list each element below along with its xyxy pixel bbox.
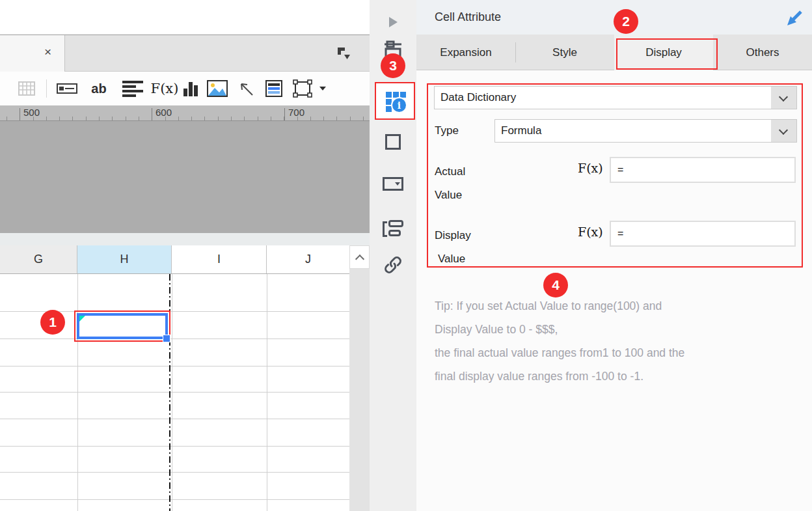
worksheet-tab-strip: × [0, 35, 370, 72]
toolbar-divider [46, 79, 47, 98]
toolbar: ab F(x) [0, 72, 370, 105]
column-headers: G H I J [0, 245, 349, 274]
cell-element-icon[interactable] [370, 134, 416, 150]
page-break-line [169, 274, 170, 511]
column-header-i[interactable]: I [172, 245, 267, 273]
collapse-panel-icon[interactable] [370, 17, 416, 27]
top-strip [0, 0, 370, 35]
selected-cell-annotation-box [74, 311, 170, 342]
vertical-scrollbar-track[interactable] [349, 269, 370, 511]
tab-expansion[interactable]: Expansion [416, 35, 515, 70]
annotation-step-2: 2 [614, 9, 638, 34]
editor-area: × [0, 0, 370, 511]
tip-line: final display value ranges from -100 to … [435, 365, 803, 388]
shape-select-icon[interactable] [291, 72, 314, 105]
info-icon: i [392, 98, 406, 112]
tip-line: the final actual value ranges from1 to 1… [435, 341, 803, 365]
column-header-h[interactable]: H [77, 245, 172, 273]
ruler-mark: 600 [156, 107, 172, 118]
cell-attribute-panel: Cell Attribute Expansion Style Display O… [416, 0, 812, 511]
dock-panel-icon[interactable] [785, 8, 804, 28]
widget-dropdown-icon[interactable] [370, 177, 416, 191]
scroll-up-button[interactable] [349, 245, 370, 269]
condition-attributes-icon[interactable] [370, 220, 416, 238]
formula-tool-icon[interactable]: F(x) [150, 72, 180, 105]
cell-corner-marker [79, 316, 85, 322]
textfield-widget-icon[interactable] [56, 72, 78, 105]
annotation-step-4: 4 [543, 273, 568, 297]
cell-attribute-icon-active[interactable]: i [375, 82, 415, 120]
cell-fill-handle[interactable] [163, 335, 170, 342]
tab-display-annotation-box [616, 38, 718, 70]
hyperlink-icon[interactable] [370, 255, 416, 275]
canvas-gap [0, 233, 370, 245]
display-form-annotation-box [427, 83, 803, 268]
tab-others[interactable]: Others [713, 35, 812, 70]
line-tool-icon[interactable] [236, 72, 256, 105]
worksheet-tab[interactable]: × [0, 35, 65, 72]
paragraph-align-icon[interactable] [121, 72, 144, 105]
ruler-mark: 500 [23, 107, 40, 118]
column-header-g[interactable]: G [0, 245, 77, 273]
chevron-up-icon [355, 255, 364, 264]
annotation-step-3: 3 [381, 53, 405, 78]
tip-text: Tip: If you set Actual Value to range(10… [435, 294, 803, 388]
tip-line: Display Value to 0 - $$$, [435, 318, 803, 341]
close-tab-icon[interactable]: × [44, 45, 51, 59]
import-template-icon[interactable] [333, 44, 353, 63]
text-tool-icon[interactable]: ab [88, 72, 110, 105]
image-tool-icon[interactable] [206, 72, 228, 105]
column-header-j[interactable]: J [267, 245, 349, 273]
chart-tool-icon[interactable] [182, 72, 201, 105]
shape-dropdown-icon[interactable] [318, 72, 328, 105]
cell-attribute-icon: i [386, 92, 407, 113]
tip-line: Tip: If you set Actual Value to range(10… [435, 294, 803, 318]
horizontal-ruler: 500 600 700 [0, 105, 370, 121]
report-block-icon[interactable] [264, 72, 284, 105]
app-window: × [0, 0, 812, 511]
panel-title: Cell Attribute [435, 0, 501, 35]
tab-style[interactable]: Style [515, 35, 614, 70]
merge-table-icon[interactable] [18, 72, 36, 105]
annotation-step-1: 1 [40, 310, 65, 335]
panel-tab-bar: Expansion Style Display Others [416, 35, 812, 70]
design-canvas-background [0, 121, 370, 233]
ruler-mark: 700 [288, 107, 304, 118]
